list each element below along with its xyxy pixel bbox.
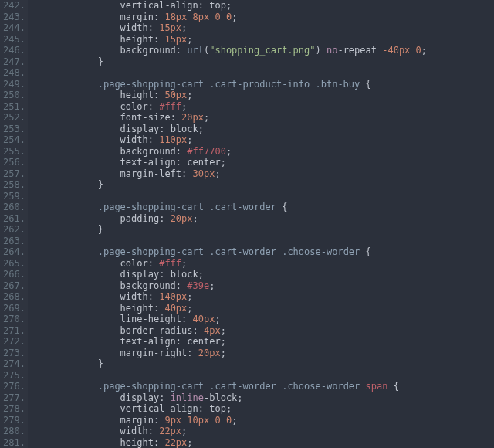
line-number: 274. [3, 358, 22, 370]
token-prop: height [120, 437, 154, 448]
token-prop: font-size [120, 112, 171, 123]
code-line[interactable]: line-height: 40px; [31, 314, 494, 325]
code-line[interactable]: .page-shopping-cart .cart-product-info .… [31, 79, 494, 90]
line-number: 262. [3, 224, 22, 236]
code-line[interactable]: padding: 20px; [31, 213, 494, 225]
code-line[interactable]: display: block; [31, 269, 494, 280]
line-number: 253. [3, 124, 22, 135]
token-tag: span [366, 381, 388, 392]
token-punc: } [98, 358, 103, 369]
code-line[interactable]: } [31, 224, 494, 236]
code-line[interactable]: margin: 18px 8px 0 0; [31, 12, 494, 23]
line-number: 270. [3, 314, 22, 325]
token-punc: ; [187, 303, 192, 314]
token-fn: url [187, 45, 204, 56]
code-line[interactable]: height: 22px; [31, 437, 494, 449]
token-prop: display [120, 392, 160, 403]
token-punc: : [176, 146, 187, 157]
token-punc: : [159, 124, 170, 134]
code-line[interactable]: vertical-align: top; [31, 403, 494, 415]
token-num: 50px [164, 90, 187, 100]
code-line[interactable] [31, 191, 494, 202]
code-line[interactable]: background: url("shopping_cart.png") no-… [31, 45, 494, 56]
code-line[interactable]: width: 110px; [31, 134, 494, 146]
code-line[interactable]: height: 40px; [31, 303, 494, 314]
code-line[interactable]: height: 15px; [31, 34, 494, 46]
token-punc: ; [187, 90, 192, 100]
code-line[interactable] [31, 67, 494, 79]
line-number: 269. [3, 303, 22, 314]
line-number: 256. [3, 157, 22, 168]
token-punc: ; [226, 0, 232, 11]
line-number: 247. [3, 56, 22, 68]
token-num: 0 [215, 415, 220, 426]
code-line[interactable]: font-size: 20px; [31, 112, 494, 124]
token-punc: : [154, 437, 164, 448]
code-line[interactable]: width: 140px; [31, 291, 494, 303]
code-line[interactable]: background: #39e; [31, 280, 494, 292]
token-prop: color [120, 101, 148, 112]
code-line[interactable]: display: block; [31, 124, 494, 135]
code-line[interactable]: width: 15px; [31, 22, 494, 34]
line-number: 244. [3, 22, 22, 34]
token-num: 8px [193, 12, 210, 22]
token-hex: #39e [187, 280, 209, 291]
code-line[interactable]: } [31, 56, 494, 68]
token-prop: margin-left [120, 168, 181, 179]
line-number: 250. [3, 90, 22, 101]
code-line[interactable]: width: 22px; [31, 426, 494, 437]
token-prop: vertical-align [120, 0, 198, 11]
token-sel: { [276, 202, 287, 212]
code-area[interactable]: vertical-align: top; margin: 18px 8px 0 … [28, 0, 494, 448]
token-num: 40px [193, 314, 215, 324]
token-punc: ; [187, 291, 192, 302]
token-val: block [171, 124, 198, 134]
token-punc: ; [421, 45, 427, 56]
code-line[interactable]: margin-right: 20px; [31, 348, 494, 359]
line-number: 275. [3, 370, 22, 382]
token-num: 20px [181, 112, 204, 123]
line-number: 264. [3, 246, 22, 258]
code-line[interactable]: vertical-align: top; [31, 0, 494, 12]
token-num: 30px [193, 168, 215, 179]
code-line[interactable]: border-radius: 4px; [31, 325, 494, 337]
token-punc: ; [198, 124, 204, 134]
code-line[interactable]: background: #ff7700; [31, 146, 494, 158]
code-line[interactable]: color: #fff; [31, 101, 494, 113]
code-line[interactable]: .page-shopping-cart .cart-worder .choose… [31, 246, 494, 258]
code-line[interactable]: .page-shopping-cart .cart-worder .choose… [31, 381, 494, 392]
token-num: -40px [382, 45, 410, 56]
code-line[interactable] [31, 370, 494, 382]
code-line[interactable]: height: 50px; [31, 90, 494, 101]
token-punc: ; [237, 392, 242, 403]
token-punc: : [176, 45, 187, 56]
code-line[interactable] [31, 236, 494, 247]
token-num: 22px [164, 437, 187, 448]
token-punc: : [148, 134, 159, 145]
token-val [410, 45, 415, 56]
code-line[interactable]: text-align: center; [31, 157, 494, 168]
token-punc: ; [221, 336, 226, 347]
token-prop: width [120, 426, 148, 436]
token-punc: ; [232, 12, 237, 22]
code-line[interactable]: .page-shopping-cart .cart-worder { [31, 202, 494, 213]
line-number: 276. [3, 381, 22, 392]
code-line[interactable]: display: inline-block; [31, 392, 494, 404]
code-line[interactable]: } [31, 179, 494, 191]
line-number: 265. [3, 258, 22, 270]
code-line[interactable]: color: #fff; [31, 258, 494, 270]
token-punc: ; [193, 213, 198, 224]
token-punc: ; [181, 22, 187, 33]
token-prop: height [120, 90, 154, 100]
token-prop: display [120, 269, 160, 280]
token-prop: display [120, 124, 160, 134]
token-punc: ; [226, 146, 232, 157]
token-punc: : [176, 157, 187, 168]
code-line[interactable]: } [31, 358, 494, 370]
code-line[interactable]: text-align: center; [31, 336, 494, 348]
token-cls: .page-shopping-cart [98, 79, 204, 90]
token-punc: } [98, 56, 103, 67]
code-line[interactable]: margin: 9px 10px 0 0; [31, 415, 494, 426]
code-line[interactable]: margin-left: 30px; [31, 168, 494, 180]
line-number: 249. [3, 79, 22, 90]
